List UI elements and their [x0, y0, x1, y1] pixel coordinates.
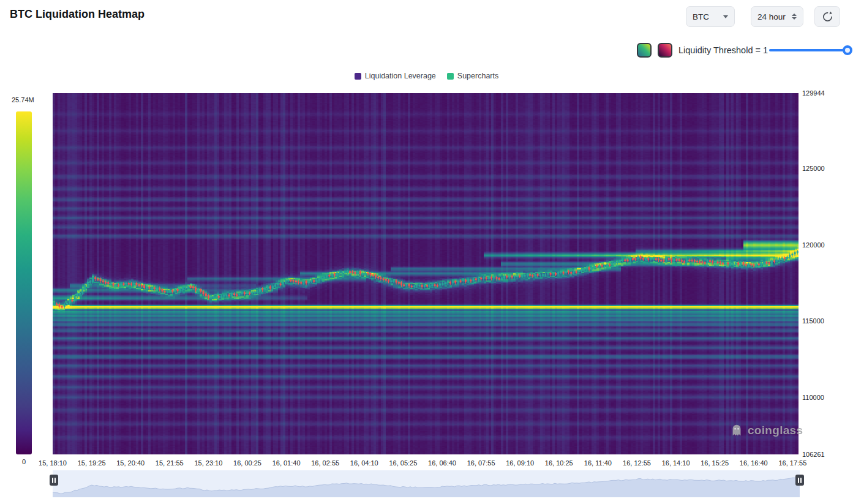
chevron-up-icon [792, 13, 797, 16]
y-tick-label: 129944 [802, 89, 825, 97]
x-tick-label: 16, 12:55 [623, 459, 651, 467]
threshold-label: Liquidity Threshold = 1 [678, 45, 768, 55]
x-tick-label: 15, 20:40 [116, 459, 145, 467]
legend-label: Liquidation Leverage [365, 72, 436, 80]
viridis-colormap-button[interactable] [637, 43, 652, 58]
x-tick-label: 16, 09:10 [506, 459, 534, 467]
coinglass-watermark: coinglass [730, 424, 803, 437]
x-tick-label: 16, 01:40 [272, 459, 301, 467]
x-tick-label: 16, 11:40 [584, 459, 612, 467]
x-tick-label: 16, 04:10 [350, 459, 378, 467]
y-tick-label: 120000 [802, 241, 825, 249]
x-tick-label: 16, 05:25 [389, 459, 417, 467]
chart-legend: Liquidation Leverage Supercharts [0, 72, 853, 80]
navigator-right-handle[interactable] [795, 475, 804, 486]
y-tick-label: 125000 [802, 165, 825, 172]
y-tick-label: 115000 [802, 317, 824, 325]
ghost-icon [730, 424, 743, 437]
legend-label: Supercharts [457, 72, 498, 80]
slider-thumb[interactable] [843, 45, 852, 55]
x-tick-label: 16, 10:25 [545, 459, 573, 467]
chevron-down-icon [723, 15, 728, 18]
navigator-canvas[interactable] [53, 470, 800, 497]
symbol-select-value: BTC [693, 12, 709, 21]
x-tick-label: 16, 06:40 [428, 459, 456, 467]
x-tick-label: 15, 23:10 [194, 459, 222, 467]
interval-select[interactable]: 24 hour [751, 6, 803, 27]
y-tick-label: 106261 [802, 451, 825, 458]
symbol-select[interactable]: BTC [686, 6, 735, 27]
watermark-text: coinglass [748, 424, 803, 437]
app-root: BTC Liquidation Heatmap BTC 24 hour Liqu… [0, 0, 853, 504]
liquidation-leverage-swatch [355, 73, 361, 80]
threshold-slider[interactable] [769, 45, 847, 55]
legend-item-supercharts[interactable]: Supercharts [447, 72, 498, 80]
colorbar-min-label: 0 [16, 458, 32, 465]
x-tick-label: 15, 18:10 [39, 459, 67, 467]
page-title: BTC Liquidation Heatmap [10, 8, 145, 21]
colorbar-max-label: 25.74M [12, 96, 34, 103]
x-tick-label: 16, 14:10 [662, 459, 690, 467]
x-tick-label: 15, 21:55 [156, 459, 184, 467]
liquidation-heatmap-canvas[interactable] [53, 93, 799, 454]
stepper-icon [792, 13, 797, 20]
slider-track[interactable] [769, 49, 847, 51]
y-tick-label: 110000 [802, 394, 824, 401]
x-tick-label: 16, 16:40 [740, 459, 768, 467]
supercharts-swatch [447, 73, 454, 80]
x-tick-label: 16, 02:55 [311, 459, 339, 467]
x-tick-label: 16, 15:25 [701, 459, 729, 467]
navigator-left-handle[interactable] [50, 475, 58, 486]
legend-item-liquidation-leverage[interactable]: Liquidation Leverage [355, 72, 436, 80]
chevron-down-icon [792, 17, 797, 20]
colorbar [16, 111, 32, 454]
x-tick-label: 16, 07:55 [467, 459, 495, 467]
interval-select-value: 24 hour [757, 12, 786, 21]
magma-colormap-button[interactable] [658, 43, 672, 58]
x-tick-label: 16, 17:55 [778, 459, 806, 467]
x-tick-label: 15, 19:25 [78, 459, 106, 467]
refresh-icon [822, 11, 833, 23]
refresh-button[interactable] [814, 6, 840, 27]
x-tick-label: 16, 00:25 [233, 459, 261, 467]
